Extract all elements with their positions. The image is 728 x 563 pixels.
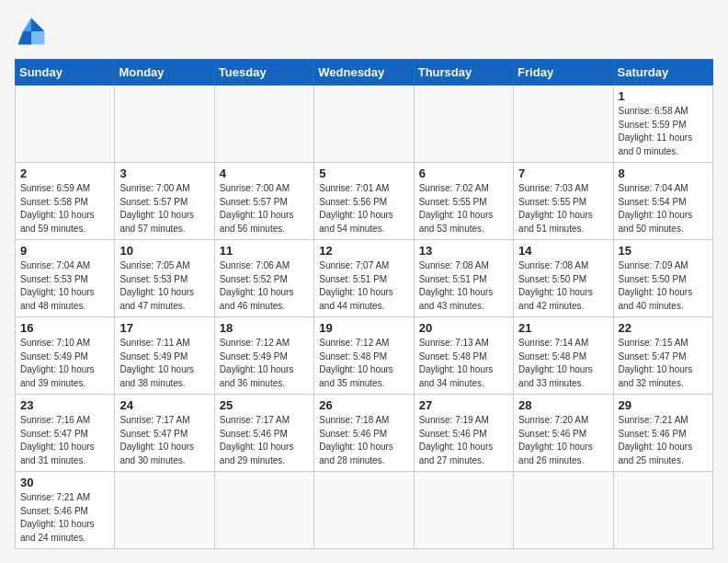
calendar-cell — [514, 472, 613, 549]
calendar-cell: 16Sunrise: 7:10 AMSunset: 5:49 PMDayligh… — [16, 317, 115, 395]
calendar-week-row: 23Sunrise: 7:16 AMSunset: 5:47 PMDayligh… — [16, 395, 713, 472]
calendar-cell — [414, 86, 513, 163]
day-number: 12 — [319, 244, 408, 258]
calendar-cell: 13Sunrise: 7:08 AMSunset: 5:51 PMDayligh… — [414, 240, 513, 317]
calendar-cell: 19Sunrise: 7:12 AMSunset: 5:48 PMDayligh… — [314, 317, 414, 395]
day-info: Sunrise: 7:10 AMSunset: 5:49 PMDaylight:… — [20, 337, 109, 390]
day-info: Sunrise: 7:20 AMSunset: 5:46 PMDaylight:… — [518, 414, 608, 467]
day-info: Sunrise: 7:00 AMSunset: 5:57 PMDaylight:… — [220, 182, 309, 236]
weekday-header-wednesday: Wednesday — [314, 60, 414, 86]
calendar-cell — [115, 86, 214, 163]
calendar-cell: 2Sunrise: 6:59 AMSunset: 5:58 PMDaylight… — [16, 163, 115, 240]
day-number: 14 — [518, 244, 608, 258]
day-number: 11 — [220, 244, 309, 258]
logo — [15, 15, 51, 48]
day-info: Sunrise: 7:21 AMSunset: 5:46 PMDaylight:… — [20, 491, 109, 545]
day-number: 10 — [119, 244, 209, 258]
day-number: 17 — [119, 321, 209, 335]
calendar-cell — [414, 472, 513, 549]
calendar-cell: 10Sunrise: 7:05 AMSunset: 5:53 PMDayligh… — [115, 240, 214, 317]
svg-marker-0 — [31, 18, 44, 31]
calendar-cell: 5Sunrise: 7:01 AMSunset: 5:56 PMDaylight… — [314, 163, 414, 240]
calendar-cell: 7Sunrise: 7:03 AMSunset: 5:55 PMDaylight… — [514, 163, 613, 240]
day-number: 30 — [20, 476, 109, 489]
day-number: 16 — [20, 321, 109, 335]
day-number: 18 — [220, 321, 309, 335]
calendar-week-row: 2Sunrise: 6:59 AMSunset: 5:58 PMDaylight… — [16, 163, 713, 240]
day-info: Sunrise: 7:08 AMSunset: 5:50 PMDaylight:… — [518, 259, 608, 313]
calendar-cell: 21Sunrise: 7:14 AMSunset: 5:48 PMDayligh… — [514, 317, 613, 395]
day-number: 6 — [419, 167, 508, 180]
calendar-week-row: 16Sunrise: 7:10 AMSunset: 5:49 PMDayligh… — [16, 317, 713, 395]
day-info: Sunrise: 6:58 AMSunset: 5:59 PMDaylight:… — [619, 105, 708, 158]
calendar-cell: 22Sunrise: 7:15 AMSunset: 5:47 PMDayligh… — [613, 317, 712, 395]
day-info: Sunrise: 7:05 AMSunset: 5:53 PMDaylight:… — [119, 259, 209, 313]
day-info: Sunrise: 7:11 AMSunset: 5:49 PMDaylight:… — [119, 337, 209, 390]
weekday-header-monday: Monday — [115, 60, 214, 86]
calendar-cell: 30Sunrise: 7:21 AMSunset: 5:46 PMDayligh… — [16, 472, 115, 549]
day-number: 1 — [619, 89, 708, 103]
calendar-cell: 17Sunrise: 7:11 AMSunset: 5:49 PMDayligh… — [115, 317, 214, 395]
day-number: 5 — [319, 167, 408, 180]
weekday-header-sunday: Sunday — [16, 60, 115, 86]
calendar-cell: 3Sunrise: 7:00 AMSunset: 5:57 PMDaylight… — [115, 163, 214, 240]
weekday-header-row: SundayMondayTuesdayWednesdayThursdayFrid… — [16, 60, 713, 86]
day-info: Sunrise: 7:19 AMSunset: 5:46 PMDaylight:… — [419, 414, 508, 467]
calendar-cell — [314, 472, 414, 549]
day-number: 26 — [319, 398, 408, 412]
day-info: Sunrise: 7:12 AMSunset: 5:48 PMDaylight:… — [319, 337, 408, 390]
calendar-cell — [16, 86, 115, 163]
svg-marker-2 — [18, 31, 31, 44]
calendar-table: SundayMondayTuesdayWednesdayThursdayFrid… — [15, 59, 713, 549]
calendar-cell: 12Sunrise: 7:07 AMSunset: 5:51 PMDayligh… — [314, 240, 414, 317]
calendar-cell: 1Sunrise: 6:58 AMSunset: 5:59 PMDaylight… — [613, 86, 712, 163]
day-info: Sunrise: 7:12 AMSunset: 5:49 PMDaylight:… — [220, 337, 309, 390]
logo-icon — [15, 15, 48, 48]
day-info: Sunrise: 7:04 AMSunset: 5:53 PMDaylight:… — [20, 259, 109, 313]
calendar-cell — [613, 472, 712, 549]
calendar-cell: 14Sunrise: 7:08 AMSunset: 5:50 PMDayligh… — [514, 240, 613, 317]
day-info: Sunrise: 7:08 AMSunset: 5:51 PMDaylight:… — [419, 259, 508, 313]
calendar-cell: 27Sunrise: 7:19 AMSunset: 5:46 PMDayligh… — [414, 395, 513, 472]
day-number: 9 — [20, 244, 109, 258]
day-info: Sunrise: 7:07 AMSunset: 5:51 PMDaylight:… — [319, 259, 408, 313]
header — [15, 15, 713, 48]
weekday-header-saturday: Saturday — [613, 60, 712, 86]
day-number: 13 — [419, 244, 508, 258]
calendar-cell: 15Sunrise: 7:09 AMSunset: 5:50 PMDayligh… — [613, 240, 712, 317]
calendar-cell: 9Sunrise: 7:04 AMSunset: 5:53 PMDaylight… — [16, 240, 115, 317]
calendar-cell: 11Sunrise: 7:06 AMSunset: 5:52 PMDayligh… — [214, 240, 313, 317]
weekday-header-tuesday: Tuesday — [214, 60, 313, 86]
calendar-cell: 18Sunrise: 7:12 AMSunset: 5:49 PMDayligh… — [214, 317, 313, 395]
weekday-header-friday: Friday — [514, 60, 613, 86]
day-info: Sunrise: 7:21 AMSunset: 5:46 PMDaylight:… — [619, 414, 708, 467]
svg-marker-1 — [23, 18, 31, 31]
calendar-cell: 29Sunrise: 7:21 AMSunset: 5:46 PMDayligh… — [613, 395, 712, 472]
day-info: Sunrise: 7:17 AMSunset: 5:46 PMDaylight:… — [220, 414, 309, 467]
day-number: 28 — [518, 398, 608, 412]
day-number: 22 — [619, 321, 708, 335]
day-info: Sunrise: 7:09 AMSunset: 5:50 PMDaylight:… — [619, 259, 708, 313]
day-info: Sunrise: 7:18 AMSunset: 5:46 PMDaylight:… — [319, 414, 408, 467]
day-number: 20 — [419, 321, 508, 335]
calendar-cell: 4Sunrise: 7:00 AMSunset: 5:57 PMDaylight… — [214, 163, 313, 240]
day-info: Sunrise: 7:03 AMSunset: 5:55 PMDaylight:… — [518, 182, 608, 236]
calendar-cell: 24Sunrise: 7:17 AMSunset: 5:47 PMDayligh… — [115, 395, 214, 472]
weekday-header-thursday: Thursday — [414, 60, 513, 86]
day-info: Sunrise: 7:00 AMSunset: 5:57 PMDaylight:… — [119, 182, 209, 236]
calendar-week-row: 9Sunrise: 7:04 AMSunset: 5:53 PMDaylight… — [16, 240, 713, 317]
day-info: Sunrise: 7:04 AMSunset: 5:54 PMDaylight:… — [619, 182, 708, 236]
calendar-cell: 28Sunrise: 7:20 AMSunset: 5:46 PMDayligh… — [514, 395, 613, 472]
day-number: 15 — [619, 244, 708, 258]
calendar-week-row: 30Sunrise: 7:21 AMSunset: 5:46 PMDayligh… — [16, 472, 713, 549]
day-info: Sunrise: 7:06 AMSunset: 5:52 PMDaylight:… — [220, 259, 309, 313]
day-number: 3 — [119, 167, 209, 180]
day-number: 8 — [619, 167, 708, 180]
day-info: Sunrise: 6:59 AMSunset: 5:58 PMDaylight:… — [20, 182, 109, 236]
day-number: 21 — [518, 321, 608, 335]
day-info: Sunrise: 7:14 AMSunset: 5:48 PMDaylight:… — [518, 337, 608, 390]
day-number: 2 — [20, 167, 109, 180]
day-info: Sunrise: 7:13 AMSunset: 5:48 PMDaylight:… — [419, 337, 508, 390]
day-info: Sunrise: 7:16 AMSunset: 5:47 PMDaylight:… — [20, 414, 109, 467]
day-number: 7 — [518, 167, 608, 180]
